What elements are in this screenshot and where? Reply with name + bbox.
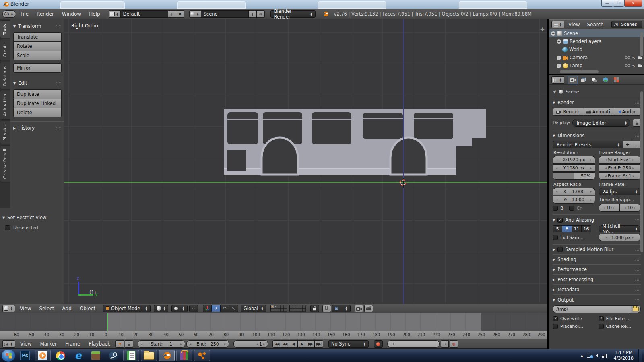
outliner-row-lamp[interactable]: + Lamp ↖ <box>549 62 644 70</box>
start-button[interactable] <box>2 350 15 362</box>
layer-cell[interactable] <box>271 309 274 312</box>
layer-cell[interactable] <box>281 309 284 312</box>
auto-keyframe-record-button[interactable] <box>374 340 383 348</box>
tab-grease-pencil[interactable]: Grease Pencil <box>0 145 10 182</box>
tab-world[interactable] <box>601 76 610 84</box>
layer-cell[interactable] <box>284 305 287 309</box>
render-still-button[interactable]: Render <box>553 108 583 116</box>
viewport-3d[interactable]: Right Ortho z y <box>64 19 547 304</box>
aspect-x-field[interactable]: X:1.000 <box>553 188 595 195</box>
end-frame-field[interactable]: End:250 <box>186 340 229 348</box>
translate-manipulator[interactable]: ➚ <box>212 305 221 312</box>
lock-frame-toggle[interactable] <box>125 340 133 348</box>
mode-select[interactable]: Object Mode <box>103 305 151 312</box>
volume-icon[interactable] <box>596 354 598 357</box>
layer-cell[interactable] <box>290 305 293 309</box>
layer-cell[interactable] <box>290 309 293 312</box>
tray-expand-icon[interactable]: ▲ <box>580 354 583 358</box>
menu-file[interactable]: File <box>17 11 32 17</box>
tray-clock[interactable]: 3:17 PM4/3/2018 <box>614 350 634 361</box>
pivot-point-select[interactable] <box>171 305 188 312</box>
delete-scene-button[interactable]: ✕ <box>257 10 265 18</box>
tab-create[interactable]: Create <box>0 39 10 61</box>
insert-keyframe-button[interactable]: ⊸ <box>441 340 449 348</box>
taskbar-blender-active[interactable] <box>159 350 175 361</box>
panel-header-post-processing[interactable]: Post Processing <box>553 275 641 284</box>
render-presets-select[interactable]: Render Presets <box>553 141 623 148</box>
resolution-y-field[interactable]: Y:1080 px <box>553 164 595 172</box>
aspect-y-field[interactable]: Y:1.000 <box>553 196 595 204</box>
layer-cell[interactable] <box>299 305 303 309</box>
expand-disc-icon[interactable]: + <box>557 56 561 60</box>
panel-header-history[interactable]: History <box>13 122 62 134</box>
tab-render[interactable] <box>568 76 578 84</box>
unselected-checkbox[interactable] <box>5 225 10 230</box>
editor-type-timeline-button[interactable]: ◷ <box>2 340 15 348</box>
delete-screen-layout-button[interactable]: ✕ <box>176 10 184 18</box>
tab-tools[interactable]: Tools <box>0 20 10 38</box>
end-frame-field[interactable]: End F: 250 <box>599 164 641 172</box>
panel-header-sampled-motion-blur[interactable]: Sampled Motion Blur <box>553 245 641 254</box>
panel-header-dimensions[interactable]: Dimensions <box>553 130 641 141</box>
jump-next-keyframe-button[interactable]: ▶▶ <box>306 340 315 348</box>
viewport-shading-select[interactable] <box>154 305 168 312</box>
delete-button[interactable]: Delete <box>13 108 62 117</box>
snap-element-select[interactable]: ⊞ <box>332 305 351 312</box>
rotate-manipulator[interactable]: ◠ <box>221 305 229 312</box>
visibility-eye-icon[interactable] <box>625 64 630 67</box>
panel-header-output[interactable]: Output <box>553 295 641 305</box>
visibility-eye-icon[interactable] <box>625 56 630 59</box>
remove-preset-button[interactable]: − <box>632 141 641 148</box>
duplicate-button[interactable]: Duplicate <box>13 89 62 99</box>
layer-group-2[interactable] <box>289 305 306 312</box>
lock-to-scene-button[interactable] <box>310 305 319 312</box>
editor-type-properties-button[interactable] <box>551 76 564 84</box>
region-expand-plus-icon[interactable]: ✚ <box>540 27 545 33</box>
pivot-center-toggle[interactable]: ⁘ <box>189 305 198 312</box>
layer-cell[interactable] <box>303 305 306 309</box>
viewport-menu-view[interactable]: View <box>16 306 35 311</box>
layer-cell[interactable] <box>271 305 274 309</box>
add-preset-button[interactable]: + <box>623 141 632 148</box>
jump-to-end-button[interactable]: ▶▶| <box>315 340 323 348</box>
placeholders-checkbox[interactable] <box>553 324 558 329</box>
taskbar-photoshop[interactable]: Ps <box>17 350 33 361</box>
window-titlebar[interactable]: Blender — ❒ ✕ <box>0 0 644 9</box>
layer-cell[interactable] <box>281 305 284 309</box>
outliner-vertical-scrollbar[interactable] <box>640 32 643 56</box>
jump-to-start-button[interactable]: |◀◀ <box>272 340 281 348</box>
delete-keyframe-button[interactable]: ⊗ <box>450 340 458 348</box>
frame-rate-select[interactable]: 24 fps <box>599 188 641 195</box>
full-sample-checkbox[interactable] <box>553 235 558 240</box>
rotate-button[interactable]: Rotate <box>13 41 62 51</box>
viewport-menu-object[interactable]: Object <box>76 306 99 311</box>
duplicate-linked-button[interactable]: Duplicate Linked <box>13 99 62 108</box>
preview-range-toggle[interactable]: ◔ <box>115 340 124 348</box>
display-mode-select[interactable]: Image Editor <box>572 119 630 127</box>
start-frame-field[interactable]: Start:1 <box>138 340 185 348</box>
render-animation-button[interactable]: Animati <box>583 108 613 116</box>
taskbar-internet-explorer[interactable]: e <box>70 350 86 361</box>
mirror-button[interactable]: Mirror <box>13 63 62 73</box>
transform-orientation-select[interactable]: Global <box>241 305 266 312</box>
taskbar-node-app[interactable] <box>194 350 210 361</box>
current-frame-field[interactable]: 1 <box>233 340 268 348</box>
taskbar-minecraft[interactable] <box>88 350 104 361</box>
layer-cell[interactable] <box>299 309 303 312</box>
cache-result-checkbox[interactable] <box>599 324 604 329</box>
layer-group-1[interactable] <box>270 305 287 312</box>
menu-render[interactable]: Render <box>33 11 58 17</box>
redo-panel-header[interactable]: Set Restrict View <box>2 215 63 220</box>
screen-layout-browse-button[interactable] <box>109 10 121 18</box>
panel-header-render[interactable]: Render <box>553 97 641 108</box>
aa-filter-size-field[interactable]: : 1.000 px <box>599 234 641 241</box>
antialiasing-checkbox[interactable] <box>557 218 563 223</box>
layer-cell[interactable] <box>303 309 306 312</box>
layer-cell[interactable] <box>277 309 281 312</box>
layer-cell[interactable] <box>296 305 299 309</box>
panel-header-shading[interactable]: Shading <box>553 255 641 264</box>
editor-type-info-button[interactable]: i <box>2 10 16 18</box>
resolution-percentage-slider[interactable]: 50% <box>553 172 595 180</box>
timeline-menu-view[interactable]: View <box>17 341 35 347</box>
outliner-row-world[interactable]: World <box>549 45 644 53</box>
